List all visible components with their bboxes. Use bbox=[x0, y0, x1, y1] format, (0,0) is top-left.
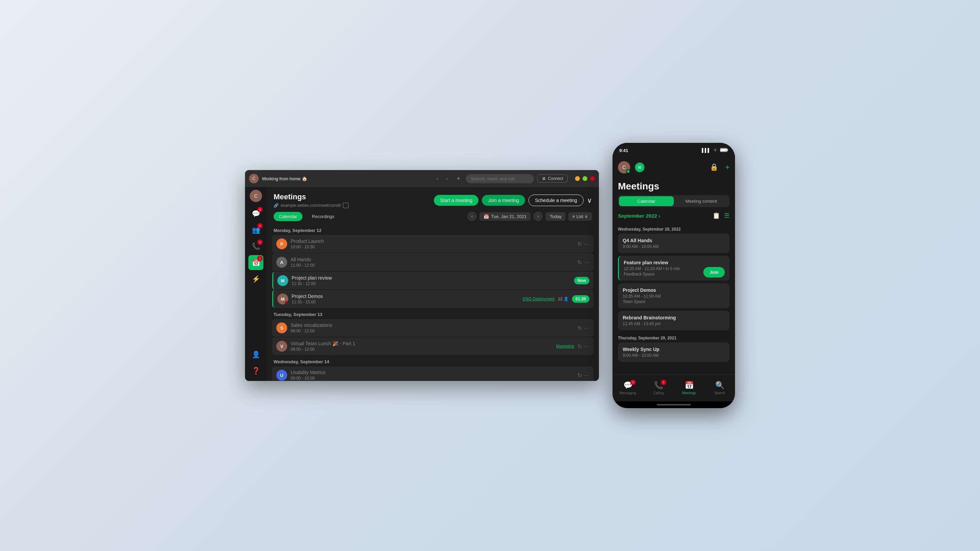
meeting-all-hands[interactable]: A All Hands 11:00 - 12:00 ↻ ⋯ bbox=[272, 253, 593, 271]
meetings-header: Meetings 🔗 example.webex.com/meet/csmith… bbox=[267, 187, 599, 208]
mobile-meeting-time: 10:35 AM - 11:00 AM bbox=[623, 294, 725, 299]
svg-rect-2 bbox=[721, 149, 727, 151]
mobile-view-icons: 📋 ☰ bbox=[713, 212, 730, 219]
day-header-tuesday: Tuesday, September 13 bbox=[272, 308, 593, 319]
mobile-meeting-rebrand[interactable]: Rebrand Brainstorming 11:45 AM - 13:45 p… bbox=[618, 311, 730, 330]
calendar-view-icon[interactable]: 📋 bbox=[713, 212, 720, 219]
date-display: 📅 Tue, Jan 21, 2021 bbox=[479, 212, 530, 221]
mobile-meeting-name: Q4 All Hands bbox=[623, 238, 725, 243]
mobile-tab-content[interactable]: Meeting content bbox=[674, 196, 729, 206]
sidebar-item-calls[interactable]: 📞 1 bbox=[248, 239, 263, 254]
sidebar-item-meetings[interactable]: 📅 1 bbox=[248, 255, 263, 270]
maximize-button[interactable]: □ bbox=[582, 176, 587, 181]
day-header-wednesday: Wednesday, September 14 bbox=[272, 356, 593, 366]
list-view-icon[interactable]: ☰ bbox=[724, 212, 730, 219]
join-button[interactable]: Join bbox=[703, 267, 725, 278]
meeting-info: Project plan review 11:30 - 12:00 bbox=[292, 275, 571, 286]
mobile-nav-search[interactable]: 🔍 Search bbox=[705, 378, 735, 398]
meeting-project-demos[interactable]: M Project Demos 11:35 - 15:00 ENG Deploy… bbox=[272, 290, 593, 308]
close-button[interactable]: × bbox=[590, 176, 595, 181]
mobile-meeting-project-demos[interactable]: Project Demos 10:35 AM - 11:00 AM Team S… bbox=[618, 283, 730, 308]
sidebar: C 💬 4 👥 1 📞 1 📅 1 ⚡ 👤 ❓ bbox=[245, 187, 267, 381]
back-button[interactable]: ‹ bbox=[433, 175, 441, 183]
more-options-button[interactable]: ∨ bbox=[587, 196, 592, 205]
online-indicator bbox=[626, 169, 630, 173]
copy-icon[interactable] bbox=[343, 203, 348, 208]
account-icon[interactable]: 🔒 bbox=[710, 163, 718, 172]
mobile-nav-messaging[interactable]: 3 💬 Messaging bbox=[612, 378, 643, 398]
connect-button[interactable]: 🖥 Connect bbox=[537, 175, 568, 183]
today-button[interactable]: Today bbox=[546, 212, 566, 221]
mobile-meeting-q4-all-hands[interactable]: Q4 All Hands 9:00 AM - 10:00 AM bbox=[618, 233, 730, 253]
meetings-badge: 1 bbox=[257, 256, 263, 261]
mobile-tabs: Calendar Meeting content bbox=[618, 195, 730, 207]
refresh-icon: ↻ bbox=[578, 325, 582, 331]
status-icon[interactable]: ✉ bbox=[635, 163, 644, 172]
minimize-button[interactable]: − bbox=[575, 176, 580, 181]
sidebar-item-apps[interactable]: ⚡ bbox=[248, 272, 263, 286]
meeting-avatar: U bbox=[276, 370, 287, 381]
schedule-meeting-button[interactable]: Schedule a meeting bbox=[528, 195, 584, 206]
sidebar-item-people[interactable]: 👤 bbox=[248, 347, 263, 362]
mobile-month-label[interactable]: September 2022 › bbox=[618, 213, 660, 219]
meeting-tag[interactable]: ENG Deployment bbox=[523, 297, 554, 301]
add-tab-button[interactable]: + bbox=[454, 175, 463, 183]
mobile-day-header-wed: Wednesday, September 28, 2022 bbox=[618, 224, 730, 233]
date-text: Tue, Jan 21, 2021 bbox=[491, 214, 527, 219]
sidebar-avatar[interactable]: C bbox=[250, 190, 262, 202]
start-meeting-button[interactable]: Start a meeting bbox=[434, 195, 479, 206]
chevron-down-icon: ∨ bbox=[585, 214, 588, 219]
meeting-tag[interactable]: Marketing bbox=[556, 344, 574, 349]
mobile-tab-calendar[interactable]: Calendar bbox=[619, 196, 674, 206]
sidebar-item-messages[interactable]: 💬 4 bbox=[248, 206, 263, 221]
mobile-header-icons: 🔒 + bbox=[710, 163, 730, 172]
meeting-project-plan-review[interactable]: M Project plan review 11:30 - 12:00 Now bbox=[272, 272, 593, 289]
meeting-info: Usability Metrics 09:00 - 10:00 bbox=[291, 370, 574, 381]
user-avatar[interactable]: C bbox=[249, 174, 259, 183]
meeting-actions: ↻ ⋯ bbox=[578, 325, 589, 331]
meetings-list: Monday, September 12 P Product Launch 10… bbox=[267, 224, 599, 381]
more-icon: ⋯ bbox=[584, 259, 589, 266]
forward-button[interactable]: › bbox=[443, 175, 451, 183]
mobile-nav-calling[interactable]: 1 📞 Calling bbox=[643, 378, 674, 398]
calendar-icon: 📅 bbox=[484, 214, 489, 219]
calling-badge: 1 bbox=[661, 380, 666, 385]
desktop-app: C Working from home 🏠 ‹ › + 🖥 Connect − … bbox=[245, 170, 599, 381]
svg-rect-1 bbox=[727, 149, 728, 151]
mobile-meeting-feature-plan[interactable]: Feature plan review 10:20 AM - 11:20 AM … bbox=[618, 256, 730, 281]
next-date-button[interactable]: › bbox=[533, 211, 543, 221]
recordings-tab[interactable]: Recordings bbox=[307, 212, 340, 221]
refresh-icon: ↻ bbox=[578, 241, 582, 247]
home-indicator bbox=[612, 401, 735, 408]
main-content: Meetings 🔗 example.webex.com/meet/csmith… bbox=[267, 187, 599, 381]
join-meeting-button[interactable]: Join a meeting bbox=[482, 195, 525, 206]
sidebar-item-help[interactable]: ❓ bbox=[248, 363, 263, 378]
meeting-product-launch[interactable]: P Product Launch 10:00 - 10:30 ↻ ⋯ bbox=[272, 235, 593, 253]
list-button[interactable]: ≡ List ∨ bbox=[568, 212, 592, 221]
more-icon: ⋯ bbox=[584, 325, 589, 331]
meeting-name: Project plan review bbox=[292, 275, 571, 281]
chevron-right-icon: › bbox=[659, 213, 660, 219]
sidebar-item-contacts[interactable]: 👥 1 bbox=[248, 222, 263, 237]
calendar-tab[interactable]: Calendar bbox=[274, 212, 302, 221]
messaging-label: Messaging bbox=[620, 391, 636, 395]
meetings-url: 🔗 example.webex.com/meet/csmith bbox=[274, 203, 348, 208]
prev-date-button[interactable]: ‹ bbox=[467, 211, 477, 221]
add-icon[interactable]: + bbox=[725, 163, 730, 172]
meeting-avatar: A bbox=[276, 257, 287, 268]
mobile-meeting-name: Feature plan review bbox=[624, 260, 725, 265]
meeting-avatar: V bbox=[276, 341, 287, 352]
now-badge[interactable]: Now bbox=[574, 277, 589, 284]
mobile-nav-meetings[interactable]: 📅 Meetings bbox=[674, 378, 705, 398]
search-label: Search bbox=[714, 391, 725, 395]
meeting-avatar: S bbox=[276, 322, 287, 333]
meeting-sales-visualizations[interactable]: S Sales visualizations 08:00 - 12:00 ↻ ⋯ bbox=[272, 319, 593, 337]
meeting-info: Product Launch 10:00 - 10:30 bbox=[291, 238, 574, 249]
mobile-user-avatar[interactable]: C bbox=[618, 161, 630, 173]
meeting-usability-metrics[interactable]: U Usability Metrics 09:00 - 10:00 ↻ ⋯ bbox=[272, 366, 593, 381]
attendee-count: 12 👤 bbox=[558, 297, 569, 301]
meeting-virtual-team-lunch[interactable]: V Virtual Team Lunch 🎉 - Part 1 08:00 - … bbox=[272, 337, 593, 355]
mobile-meeting-weekly-sync[interactable]: Weekly Sync Up 9:00 AM - 10:00 AM bbox=[618, 343, 730, 362]
search-input[interactable] bbox=[466, 174, 534, 183]
window-controls: − □ × bbox=[575, 176, 595, 181]
